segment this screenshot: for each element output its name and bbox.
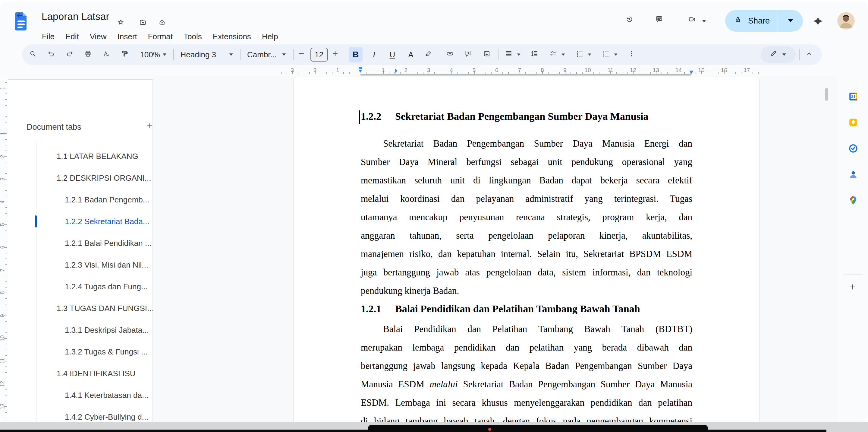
doc-heading-number: 1.2.2 [361, 110, 395, 123]
gemini-sparkle-icon[interactable] [810, 13, 826, 29]
tab-item[interactable]: 1.2.4 Tugas dan Fung... [8, 276, 153, 297]
menu-help[interactable]: Help [258, 31, 282, 42]
comments-icon[interactable] [653, 13, 669, 29]
menu-file[interactable]: File [38, 31, 59, 42]
editing-mode-button[interactable] [761, 46, 796, 63]
tab-item[interactable]: 1.2.3 Visi, Misi dan Nil... [8, 254, 153, 276]
tab-item-label: 1.3.2 Tugas & Fungsi ... [8, 347, 148, 356]
document-title[interactable]: Laporan Latsar [41, 11, 110, 22]
line-spacing-button[interactable] [528, 47, 542, 62]
horizontal-ruler: 3211234567891011121314151617 [153, 66, 837, 76]
lock-icon [734, 16, 744, 26]
share-main[interactable]: Share [725, 10, 778, 32]
vertical-ruler: 112345678910111213 [0, 76, 8, 422]
first-line-indent-marker[interactable] [395, 68, 398, 74]
paint-format-button[interactable] [119, 47, 133, 62]
doc-line: di bidang tambang bawah tanah, dengan fo… [361, 412, 692, 422]
calendar-icon[interactable]: 31 [848, 91, 858, 102]
menu-tools[interactable]: Tools [180, 31, 206, 42]
tab-item-label: 1.2 DESKRIPSI ORGANI... [8, 173, 151, 183]
tab-item[interactable]: 1.1 LATAR BELAKANG [8, 145, 153, 167]
font-size-input[interactable]: 12 [310, 48, 328, 61]
toolbar: 100% Heading 3 Cambr... 12 B I U A [22, 44, 822, 65]
menu-edit[interactable]: Edit [61, 31, 83, 42]
redo-button[interactable] [64, 47, 78, 62]
italic-button[interactable]: I [367, 47, 381, 62]
get-add-ons-icon[interactable] [848, 283, 858, 293]
menu-insert[interactable]: Insert [114, 31, 141, 42]
share-label: Share [748, 16, 770, 26]
tab-item[interactable]: 1.2 DESKRIPSI ORGANI... [8, 167, 153, 189]
toolbar-divider [240, 49, 241, 60]
bulleted-list-button[interactable] [573, 47, 595, 62]
keep-icon[interactable] [848, 117, 858, 127]
tab-item[interactable]: 1.4.2 Cyber-Bullying d... [8, 406, 153, 422]
share-dropdown-caret[interactable] [778, 10, 803, 32]
meet-dropdown-caret[interactable] [702, 20, 706, 22]
tab-item-label: 1.4 IDENTIFIKASI ISU [8, 369, 135, 378]
zoom-select[interactable]: 100% [137, 47, 170, 62]
font-family-value: Cambr... [247, 50, 277, 59]
doc-line: utamanya mencakup penyusunan rencana str… [361, 208, 692, 226]
tab-item-active[interactable]: 1.2.2 Sekretariat Bada... [8, 210, 153, 232]
toolbar-divider [498, 49, 499, 60]
checklist-button[interactable] [547, 47, 568, 62]
menu-extensions[interactable]: Extensions [209, 31, 255, 42]
add-comment-button[interactable] [462, 47, 476, 62]
print-button[interactable] [82, 47, 96, 62]
share-button[interactable]: Share [725, 10, 803, 32]
user-avatar[interactable] [837, 12, 855, 30]
menu-view[interactable]: View [86, 31, 111, 42]
insert-image-button[interactable] [481, 47, 495, 62]
text-color-button[interactable]: A [404, 47, 418, 62]
move-folder-icon[interactable] [138, 18, 150, 29]
tab-item[interactable]: 1.3 TUGAS DAN FUNGSI... [8, 297, 153, 319]
dock-bar [368, 425, 708, 432]
search-menus-button[interactable] [27, 47, 41, 62]
spell-check-button[interactable] [100, 47, 114, 62]
menu-bar: FileEditViewInsertFormatToolsExtensionsH… [38, 31, 282, 42]
paragraph-style-select[interactable]: Heading 3 [178, 47, 237, 62]
maps-icon[interactable] [848, 195, 858, 205]
bold-button[interactable]: B [349, 47, 363, 62]
doc-line: juga bertanggung jawab atas pengelolaan … [361, 263, 692, 282]
tab-item[interactable]: 1.2.1 Balai Pendidikan ... [8, 232, 153, 254]
decrease-font-size-button[interactable] [297, 47, 307, 62]
contacts-icon[interactable] [848, 169, 858, 179]
cloud-saved-icon[interactable] [157, 18, 169, 29]
tab-item[interactable]: 1.4 IDENTIFIKASI ISU [8, 363, 153, 384]
insert-link-button[interactable] [444, 47, 458, 62]
tab-item[interactable]: 1.2.1 Badan Pengemb... [8, 189, 153, 210]
add-tab-button[interactable] [145, 121, 153, 133]
hide-menus-button[interactable] [803, 47, 817, 62]
star-icon[interactable] [116, 18, 127, 29]
doc-heading-text: Sekretariat Badan Pengembangan Sumber Da… [395, 111, 648, 122]
back-arrow-button[interactable] [15, 11, 28, 24]
right-indent-marker[interactable] [689, 70, 693, 75]
menu-format[interactable]: Format [144, 31, 177, 42]
font-family-select[interactable]: Cambr... [244, 47, 289, 62]
vertical-scrollbar[interactable] [825, 88, 828, 101]
meet-video-call-icon[interactable] [685, 13, 710, 29]
left-indent-marker[interactable] [358, 67, 362, 75]
tab-item[interactable]: 1.3.2 Tugas & Fungsi ... [8, 341, 153, 363]
more-options-button[interactable] [625, 47, 639, 62]
underline-button[interactable]: U [385, 47, 399, 62]
tab-item[interactable]: 1.3.1 Deskripsi Jabata... [8, 319, 153, 341]
doc-line: Manusia ESDM melalui Sekretariat Badan P… [361, 375, 692, 393]
document-tabs-panel: Document tabs 1.1 LATAR BELAKANG1.2 DESK… [8, 79, 153, 422]
doc-heading-text: Balai Pendidikan dan Pelatihan Tambang B… [395, 303, 640, 314]
tab-item[interactable]: 1.4.1 Keterbatasan da... [8, 384, 153, 406]
version-history-icon[interactable] [623, 13, 639, 29]
increase-font-size-button[interactable] [331, 47, 341, 62]
document-canvas: 1.2.2Sekretariat Badan Pengembangan Sumb… [153, 76, 837, 422]
document-page[interactable]: 1.2.2Sekretariat Badan Pengembangan Sumb… [293, 77, 760, 422]
tasks-icon[interactable] [848, 143, 858, 153]
svg-text:3: 3 [603, 55, 604, 57]
toolbar-divider [799, 49, 800, 60]
align-button[interactable] [502, 47, 524, 62]
numbered-list-button[interactable]: 123 [599, 47, 621, 62]
highlight-color-button[interactable] [422, 47, 436, 62]
undo-button[interactable] [45, 47, 59, 62]
toolbar-divider [293, 49, 293, 60]
